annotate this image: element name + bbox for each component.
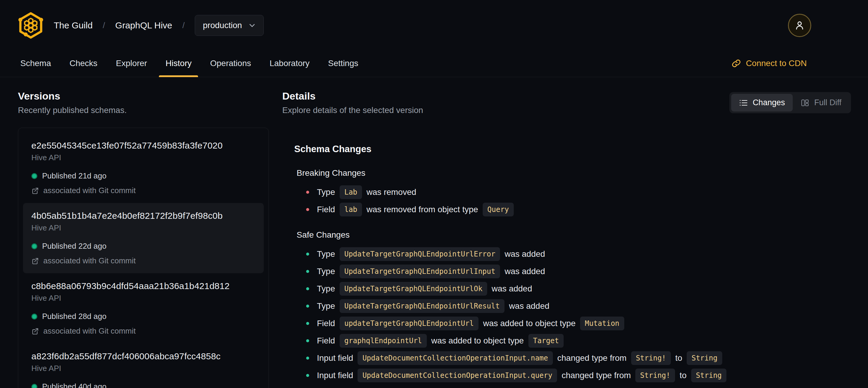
published-dot	[31, 173, 37, 179]
published-text: Published 22d ago	[42, 241, 106, 251]
section-heading-breaking-changes: Breaking Changes	[297, 168, 851, 178]
external-link-icon	[31, 327, 39, 335]
change-item: TypeUpdateTargetGraphQLEndpointUrlResult…	[306, 299, 851, 313]
version-card[interactable]: 4b05ab51b1b4a7e2e4b0ef82172f2b9f7ef98c0b…	[23, 203, 264, 273]
code-badge: String	[691, 368, 727, 382]
version-card[interactable]: a823f6db2a55df877dcf406006abca97fcc4858c…	[23, 344, 264, 388]
change-item: Input fieldUpdateDocumentCollectionOpera…	[306, 368, 851, 382]
change-item: TypeLabwas removed	[306, 185, 851, 199]
tab-history[interactable]: History	[158, 50, 199, 77]
change-text: Type	[317, 249, 335, 259]
change-list-breaking: TypeLabwas removedFieldlabwas removed fr…	[306, 185, 851, 216]
list-icon	[739, 98, 748, 107]
change-item: FieldgraphqlEndpointUrlwas added to obje…	[306, 334, 851, 348]
code-badge: updateTargetGraphQLEndpointUrl	[340, 317, 478, 330]
git-commit-text: associated with Git commit	[43, 256, 135, 265]
breadcrumb: The Guild / GraphQL Hive /	[54, 20, 185, 30]
change-text: was removed from object type	[367, 205, 478, 214]
change-text: was added	[504, 267, 545, 276]
safe-bullet	[306, 374, 309, 377]
user-avatar-button[interactable]	[788, 14, 811, 37]
version-hash: c8b6e88a06793b9c4dfd54aaa21b36a1b421d812	[31, 281, 255, 291]
change-text: to	[675, 353, 682, 363]
changes-view-button[interactable]: Changes	[731, 94, 793, 112]
code-badge: Query	[483, 203, 514, 216]
change-text: changed type from	[562, 371, 631, 380]
version-card[interactable]: e2e55045345ce13fe07f52a77459b83fa3fe7020…	[23, 133, 264, 203]
code-badge: UpdateDocumentCollectionOperationInput.n…	[358, 351, 553, 365]
version-hash: a823f6db2a55df877dcf406006abca97fcc4858c	[31, 351, 255, 361]
change-text: was added to object type	[431, 336, 524, 346]
breadcrumb-project[interactable]: GraphQL Hive	[115, 20, 172, 30]
published-status: Published 40d ago	[31, 382, 255, 388]
hive-logo-icon[interactable]	[17, 11, 45, 39]
safe-bullet	[306, 287, 309, 290]
code-badge: UpdateTargetGraphQLEndpointUrlOk	[340, 282, 487, 296]
schema-changes-title: Schema Changes	[294, 144, 851, 154]
details-panel: Details Explore details of the selected …	[282, 90, 851, 388]
git-commit-link[interactable]: associated with Git commit	[31, 326, 255, 336]
chevron-down-icon	[249, 23, 256, 28]
breadcrumb-org[interactable]: The Guild	[54, 20, 93, 30]
code-badge: UpdateDocumentCollectionOperationInput.q…	[358, 368, 557, 382]
safe-bullet	[306, 305, 309, 307]
external-link-icon	[31, 257, 39, 265]
code-badge: UpdateTargetGraphQLEndpointUrlError	[340, 247, 500, 261]
published-status: Published 28d ago	[31, 312, 255, 321]
hive-app-window: The Guild / GraphQL Hive / production Sc…	[0, 0, 868, 388]
version-hash: 4b05ab51b1b4a7e2e4b0ef82172f2b9f7ef98c0b	[31, 211, 255, 221]
code-badge: String!	[631, 351, 671, 365]
version-card[interactable]: c8b6e88a06793b9c4dfd54aaa21b36a1b421d812…	[23, 273, 264, 344]
target-selector[interactable]: production	[195, 15, 264, 36]
diff-columns-icon	[801, 98, 809, 107]
change-text: Input field	[317, 353, 353, 363]
service-name: Hive API	[31, 364, 255, 373]
safe-bullet	[306, 322, 309, 325]
published-dot	[31, 314, 37, 320]
change-item: Fieldlabwas removed from object typeQuer…	[306, 202, 851, 216]
published-dot	[31, 243, 37, 249]
published-status: Published 21d ago	[31, 171, 255, 181]
change-text: to	[680, 371, 686, 380]
change-text: Type	[317, 284, 335, 294]
published-dot	[31, 384, 37, 388]
section-heading-safe-changes: Safe Changes	[297, 230, 851, 240]
git-commit-text: associated with Git commit	[43, 326, 135, 336]
target-navbar: SchemaChecksExplorerHistoryOperationsLab…	[0, 50, 868, 77]
tab-laboratory[interactable]: Laboratory	[262, 50, 317, 77]
safe-bullet	[306, 270, 309, 273]
code-badge: lab	[340, 203, 362, 216]
service-name: Hive API	[31, 223, 255, 233]
safe-bullet	[306, 339, 309, 342]
change-text: was added	[492, 284, 532, 294]
tab-settings[interactable]: Settings	[320, 50, 366, 77]
change-text: Type	[317, 301, 335, 311]
change-text: Field	[317, 336, 335, 346]
connect-to-cdn-button[interactable]: Connect to CDN	[732, 50, 807, 77]
change-item: FieldupdateTargetGraphQLEndpointUrlwas a…	[306, 316, 851, 330]
breaking-bullet	[306, 208, 309, 211]
tab-explorer[interactable]: Explorer	[108, 50, 155, 77]
change-text: Field	[317, 205, 335, 214]
change-list-safe: TypeUpdateTargetGraphQLEndpointUrlErrorw…	[306, 247, 851, 382]
code-badge: String	[687, 351, 722, 365]
tab-schema[interactable]: Schema	[12, 50, 59, 77]
git-commit-link[interactable]: associated with Git commit	[31, 186, 255, 195]
code-badge: Target	[528, 334, 564, 348]
breadcrumb-separator: /	[103, 21, 105, 30]
tab-operations[interactable]: Operations	[202, 50, 259, 77]
service-name: Hive API	[31, 153, 255, 162]
published-status: Published 22d ago	[31, 241, 255, 251]
user-icon	[794, 20, 805, 31]
view-toggle: Changes Full Diff	[730, 92, 851, 113]
change-item: TypeUpdateTargetGraphQLEndpointUrlOkwas …	[306, 281, 851, 296]
change-text: changed type from	[557, 353, 627, 363]
code-badge: graphqlEndpointUrl	[340, 334, 427, 348]
full-diff-view-button[interactable]: Full Diff	[793, 94, 849, 112]
versions-subtitle: Recently published schemas.	[18, 106, 269, 115]
published-text: Published 40d ago	[42, 382, 106, 388]
tab-checks[interactable]: Checks	[62, 50, 105, 77]
versions-title: Versions	[18, 90, 269, 102]
main-content: Versions Recently published schemas. e2e…	[0, 77, 868, 388]
git-commit-link[interactable]: associated with Git commit	[31, 256, 255, 265]
